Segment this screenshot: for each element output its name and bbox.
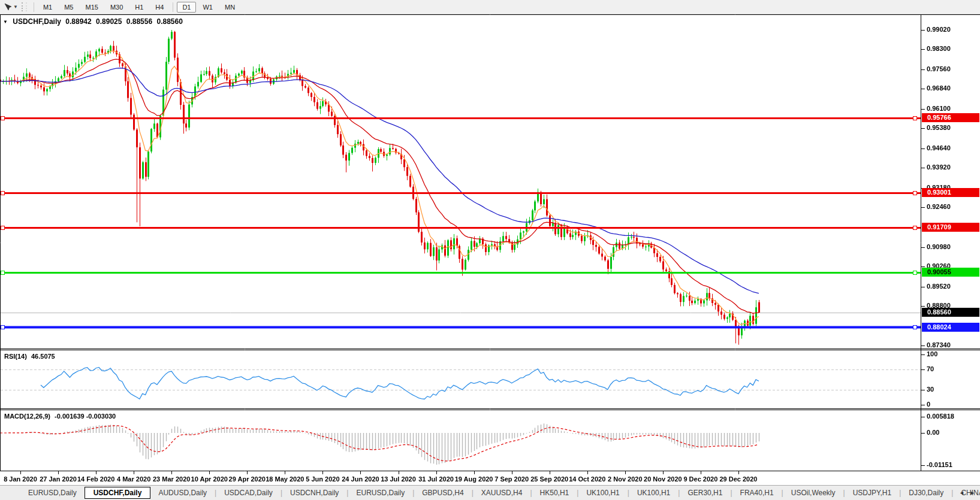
price-axis-tick: 0.96100 (927, 105, 951, 112)
open-value: 0.88942 (65, 17, 91, 26)
tab-ger30-h1[interactable]: GER30,H1 (680, 487, 730, 499)
date-label: 7 Sep 2020 (494, 475, 529, 483)
date-label: 23 Mar 2020 (153, 475, 190, 483)
date-label: 20 Nov 2020 (644, 475, 682, 483)
level-badge: 0.95766 (922, 113, 979, 122)
level-badge: 0.93001 (922, 188, 979, 197)
tab-usoil-weekly[interactable]: USOil,Weekly (783, 487, 843, 499)
level-badge: 0.88024 (922, 323, 979, 332)
tab-hk50-h1[interactable]: HK50,H1 (532, 487, 577, 499)
macd-axis-tick: -0.01151 (927, 461, 952, 468)
price-axis-tick: 0.95380 (927, 124, 951, 131)
date-label: 4 Mar 2020 (117, 475, 150, 483)
rsi-axis-tick: 70 (927, 365, 934, 372)
price-axis-tick: 0.96840 (927, 84, 951, 92)
chart-canvas[interactable] (0, 0, 980, 500)
price-axis-tick: 0.90980 (927, 243, 951, 250)
level-badge: 0.90055 (922, 268, 979, 277)
macd-indicator-label: MACD(12,26,9) -0.001639 -0.003030 (4, 413, 118, 420)
tab-scroll-right-icon[interactable]: ► (970, 490, 975, 496)
terminal-window: ▼ M1M5M15M30H1H4D1W1MN ▼ USDCHF,Daily 0.… (0, 0, 980, 500)
macd-axis-tick: 0.00 (927, 429, 939, 436)
price-axis-tick: 0.98300 (927, 45, 951, 52)
rsi-axis-tick: 100 (927, 350, 937, 357)
macd-values: -0.001639 -0.003030 (55, 413, 116, 420)
tab-scroll-left-icon[interactable]: ◄ (959, 490, 964, 496)
date-label: 24 Jun 2020 (342, 475, 379, 483)
date-label: 27 Jan 2020 (40, 475, 77, 483)
tab-uk100-h1[interactable]: UK100,H1 (629, 487, 678, 499)
tab-usdcnh-daily[interactable]: USDCNH,Daily (282, 487, 346, 499)
date-label: 9 Dec 2020 (683, 475, 717, 483)
chart-title: ▼ USDCHF,Daily 0.88942 0.89025 0.88556 0… (3, 17, 185, 26)
tab-gbpusd-h4[interactable]: GBPUSD,H4 (414, 487, 471, 499)
date-label: 14 Oct 2020 (569, 475, 605, 483)
price-axis-tick: 0.87340 (927, 341, 951, 349)
price-axis-tick: 0.93920 (927, 163, 951, 171)
rsi-name: RSI(14) (4, 353, 27, 360)
collapse-icon[interactable]: ▼ (3, 19, 8, 25)
tab-audusd-daily[interactable]: AUDUSD,Daily (150, 487, 215, 499)
tab-usdcad-daily[interactable]: USDCAD,Daily (216, 487, 281, 499)
level-badge: 0.91709 (922, 223, 979, 232)
tab-dj30-daily[interactable]: DJ30,Daily (901, 487, 951, 499)
close-value: 0.88560 (157, 17, 183, 26)
price-axis-tick: 0.99020 (927, 26, 951, 33)
tab-xauusd-h4[interactable]: XAUUSD,H4 (474, 487, 530, 499)
macd-name: MACD(12,26,9) (4, 413, 50, 420)
date-label: 18 May 2020 (266, 475, 304, 483)
tab-eurusd-daily[interactable]: EURUSD,Daily (348, 487, 412, 499)
symbol-period-label: USDCHF,Daily (13, 17, 61, 26)
date-label: 31 Jul 2020 (418, 475, 454, 483)
chart-tab-bar: EURUSD,DailyUSDCHF,DailyAUDUSD,Daily|USD… (0, 485, 980, 500)
date-label: 29 Dec 2020 (719, 475, 757, 483)
tab-eurusd-daily[interactable]: EURUSD,Daily (20, 487, 85, 499)
low-value: 0.88556 (126, 17, 152, 26)
date-label: 8 Jan 2020 (4, 475, 37, 483)
date-label: 19 Aug 2020 (455, 475, 493, 483)
rsi-axis-tick: 0 (927, 401, 930, 408)
tab-usdjpy-h1[interactable]: USDJPY,H1 (845, 487, 899, 499)
price-axis-tick: 0.97560 (927, 65, 951, 72)
date-label: 29 Apr 2020 (229, 475, 266, 483)
price-axis-tick: 0.94640 (927, 144, 951, 151)
date-label: 2 Nov 2020 (608, 475, 642, 483)
rsi-axis-tick: 30 (927, 386, 934, 393)
rsi-value: 46.5075 (31, 353, 55, 360)
date-label: 10 Apr 2020 (191, 475, 228, 483)
macd-axis-tick: 0.005818 (927, 413, 954, 420)
tab-usdchf-daily[interactable]: USDCHF,Daily (85, 487, 151, 499)
price-axis-tick: 0.92460 (927, 203, 951, 210)
date-label: 13 Jul 2020 (381, 475, 416, 483)
date-label: 14 Feb 2020 (77, 475, 114, 483)
current-price-badge: 0.88560 (922, 308, 979, 317)
rsi-indicator-label: RSI(14) 46.5075 (4, 353, 58, 360)
date-label: 5 Jun 2020 (306, 475, 339, 483)
tab-china300-h1[interactable]: CHINA300,H1 (953, 487, 980, 499)
tab-fra40-h1[interactable]: FRA40,H1 (732, 487, 782, 499)
price-axis-tick: 0.89520 (927, 283, 951, 290)
tab-uk100-h1[interactable]: UK100,H1 (578, 487, 627, 499)
date-label: 25 Sep 2020 (530, 475, 568, 483)
high-value: 0.89025 (96, 17, 122, 26)
